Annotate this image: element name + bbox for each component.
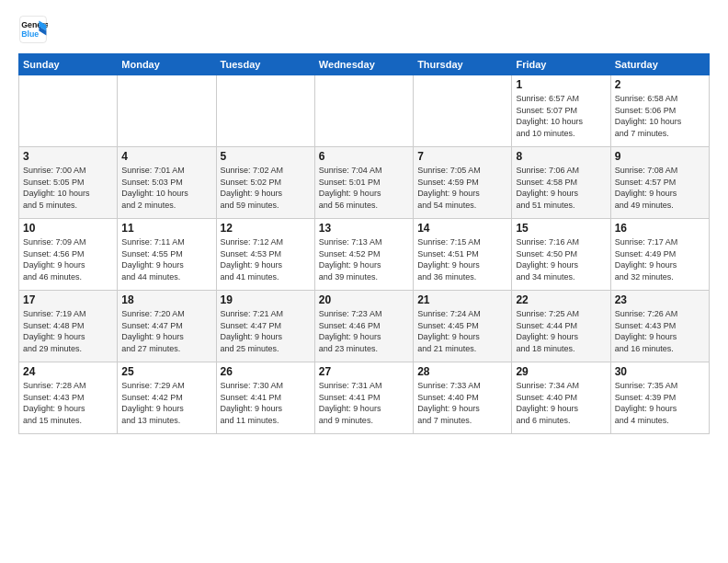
day-info: Sunrise: 7:21 AM Sunset: 4:47 PM Dayligh…: [221, 308, 311, 354]
day-info: Sunrise: 7:34 AM Sunset: 4:40 PM Dayligh…: [516, 380, 606, 426]
day-number: 29: [516, 365, 606, 378]
header: General Blue: [18, 15, 710, 44]
calendar-cell: 19Sunrise: 7:21 AM Sunset: 4:47 PM Dayli…: [216, 291, 314, 362]
day-info: Sunrise: 7:16 AM Sunset: 4:50 PM Dayligh…: [516, 236, 606, 282]
day-number: 1: [516, 78, 606, 91]
day-number: 26: [221, 365, 311, 378]
weekday-header: Monday: [118, 54, 216, 75]
weekday-header: Saturday: [610, 54, 709, 75]
day-info: Sunrise: 7:33 AM Sunset: 4:40 PM Dayligh…: [417, 380, 507, 426]
day-info: Sunrise: 7:08 AM Sunset: 4:57 PM Dayligh…: [615, 165, 705, 211]
calendar-cell: 11Sunrise: 7:11 AM Sunset: 4:55 PM Dayli…: [118, 219, 216, 291]
day-info: Sunrise: 7:13 AM Sunset: 4:52 PM Dayligh…: [319, 236, 409, 282]
day-number: 19: [221, 293, 311, 306]
page: General Blue SundayMondayTuesdayWednesda…: [0, 0, 728, 563]
day-info: Sunrise: 7:24 AM Sunset: 4:45 PM Dayligh…: [417, 308, 507, 354]
day-info: Sunrise: 6:57 AM Sunset: 5:07 PM Dayligh…: [516, 93, 606, 139]
day-info: Sunrise: 7:30 AM Sunset: 4:41 PM Dayligh…: [221, 380, 311, 426]
svg-text:Blue: Blue: [21, 29, 39, 39]
day-number: 4: [121, 150, 211, 163]
day-info: Sunrise: 7:28 AM Sunset: 4:43 PM Dayligh…: [23, 380, 113, 426]
calendar-cell: 6Sunrise: 7:04 AM Sunset: 5:01 PM Daylig…: [314, 147, 413, 219]
day-number: 11: [121, 222, 211, 235]
day-number: 25: [121, 365, 211, 378]
day-info: Sunrise: 7:02 AM Sunset: 5:02 PM Dayligh…: [221, 165, 311, 211]
day-number: 8: [516, 150, 606, 163]
calendar-week-row: 24Sunrise: 7:28 AM Sunset: 4:43 PM Dayli…: [19, 362, 710, 434]
calendar-cell: 4Sunrise: 7:01 AM Sunset: 5:03 PM Daylig…: [118, 147, 216, 219]
calendar-cell: 24Sunrise: 7:28 AM Sunset: 4:43 PM Dayli…: [19, 362, 118, 434]
day-info: Sunrise: 7:11 AM Sunset: 4:55 PM Dayligh…: [121, 236, 211, 282]
day-number: 5: [221, 150, 311, 163]
day-number: 30: [615, 365, 705, 378]
calendar-cell: 15Sunrise: 7:16 AM Sunset: 4:50 PM Dayli…: [512, 219, 610, 291]
calendar-cell: 8Sunrise: 7:06 AM Sunset: 4:58 PM Daylig…: [512, 147, 610, 219]
day-number: 17: [23, 293, 113, 306]
day-info: Sunrise: 7:19 AM Sunset: 4:48 PM Dayligh…: [23, 308, 113, 354]
day-info: Sunrise: 7:15 AM Sunset: 4:51 PM Dayligh…: [417, 236, 507, 282]
day-info: Sunrise: 7:20 AM Sunset: 4:47 PM Dayligh…: [121, 308, 211, 354]
calendar-cell: 9Sunrise: 7:08 AM Sunset: 4:57 PM Daylig…: [610, 147, 709, 219]
day-info: Sunrise: 7:04 AM Sunset: 5:01 PM Dayligh…: [319, 165, 409, 211]
day-info: Sunrise: 7:00 AM Sunset: 5:05 PM Dayligh…: [23, 165, 113, 211]
day-number: 18: [121, 293, 211, 306]
day-number: 10: [23, 222, 113, 235]
calendar-cell: 12Sunrise: 7:12 AM Sunset: 4:53 PM Dayli…: [216, 219, 314, 291]
calendar-cell: 30Sunrise: 7:35 AM Sunset: 4:39 PM Dayli…: [610, 362, 709, 434]
calendar-table: SundayMondayTuesdayWednesdayThursdayFrid…: [18, 53, 710, 434]
day-number: 3: [23, 150, 113, 163]
day-info: Sunrise: 7:35 AM Sunset: 4:39 PM Dayligh…: [615, 380, 705, 426]
calendar-cell: 25Sunrise: 7:29 AM Sunset: 4:42 PM Dayli…: [118, 362, 216, 434]
day-number: 13: [319, 222, 409, 235]
calendar-cell: [314, 75, 413, 147]
calendar-cell: 1Sunrise: 6:57 AM Sunset: 5:07 PM Daylig…: [512, 75, 610, 147]
day-info: Sunrise: 7:05 AM Sunset: 4:59 PM Dayligh…: [417, 165, 507, 211]
day-number: 28: [417, 365, 507, 378]
day-info: Sunrise: 7:06 AM Sunset: 4:58 PM Dayligh…: [516, 165, 606, 211]
day-number: 16: [615, 222, 705, 235]
calendar-cell: 16Sunrise: 7:17 AM Sunset: 4:49 PM Dayli…: [610, 219, 709, 291]
calendar-cell: 13Sunrise: 7:13 AM Sunset: 4:52 PM Dayli…: [314, 219, 413, 291]
day-info: Sunrise: 7:09 AM Sunset: 4:56 PM Dayligh…: [23, 236, 113, 282]
day-info: Sunrise: 7:25 AM Sunset: 4:44 PM Dayligh…: [516, 308, 606, 354]
day-info: Sunrise: 7:26 AM Sunset: 4:43 PM Dayligh…: [615, 308, 705, 354]
weekday-header: Thursday: [414, 54, 512, 75]
weekday-header: Sunday: [19, 54, 118, 75]
logo: General Blue: [18, 15, 51, 44]
day-info: Sunrise: 7:12 AM Sunset: 4:53 PM Dayligh…: [221, 236, 311, 282]
calendar-cell: 10Sunrise: 7:09 AM Sunset: 4:56 PM Dayli…: [19, 219, 118, 291]
day-info: Sunrise: 7:23 AM Sunset: 4:46 PM Dayligh…: [319, 308, 409, 354]
weekday-header: Friday: [512, 54, 610, 75]
calendar-cell: 3Sunrise: 7:00 AM Sunset: 5:05 PM Daylig…: [19, 147, 118, 219]
calendar-cell: 7Sunrise: 7:05 AM Sunset: 4:59 PM Daylig…: [414, 147, 512, 219]
calendar-header-row: SundayMondayTuesdayWednesdayThursdayFrid…: [19, 54, 710, 75]
day-number: 6: [319, 150, 409, 163]
weekday-header: Wednesday: [314, 54, 413, 75]
day-info: Sunrise: 7:31 AM Sunset: 4:41 PM Dayligh…: [319, 380, 409, 426]
day-number: 21: [417, 293, 507, 306]
day-number: 9: [615, 150, 705, 163]
day-number: 7: [417, 150, 507, 163]
calendar-cell: 27Sunrise: 7:31 AM Sunset: 4:41 PM Dayli…: [314, 362, 413, 434]
calendar-cell: 26Sunrise: 7:30 AM Sunset: 4:41 PM Dayli…: [216, 362, 314, 434]
calendar-cell: 28Sunrise: 7:33 AM Sunset: 4:40 PM Dayli…: [414, 362, 512, 434]
calendar-week-row: 17Sunrise: 7:19 AM Sunset: 4:48 PM Dayli…: [19, 291, 710, 362]
day-info: Sunrise: 6:58 AM Sunset: 5:06 PM Dayligh…: [615, 93, 705, 139]
day-number: 27: [319, 365, 409, 378]
calendar-cell: 17Sunrise: 7:19 AM Sunset: 4:48 PM Dayli…: [19, 291, 118, 362]
calendar-cell: 29Sunrise: 7:34 AM Sunset: 4:40 PM Dayli…: [512, 362, 610, 434]
day-info: Sunrise: 7:01 AM Sunset: 5:03 PM Dayligh…: [121, 165, 211, 211]
calendar-week-row: 10Sunrise: 7:09 AM Sunset: 4:56 PM Dayli…: [19, 219, 710, 291]
calendar-cell: 23Sunrise: 7:26 AM Sunset: 4:43 PM Dayli…: [610, 291, 709, 362]
calendar-cell: 18Sunrise: 7:20 AM Sunset: 4:47 PM Dayli…: [118, 291, 216, 362]
day-number: 22: [516, 293, 606, 306]
day-number: 20: [319, 293, 409, 306]
calendar-cell: 21Sunrise: 7:24 AM Sunset: 4:45 PM Dayli…: [414, 291, 512, 362]
calendar-cell: [19, 75, 118, 147]
calendar-cell: 14Sunrise: 7:15 AM Sunset: 4:51 PM Dayli…: [414, 219, 512, 291]
calendar-cell: [414, 75, 512, 147]
day-number: 2: [615, 78, 705, 91]
calendar-cell: 22Sunrise: 7:25 AM Sunset: 4:44 PM Dayli…: [512, 291, 610, 362]
day-info: Sunrise: 7:17 AM Sunset: 4:49 PM Dayligh…: [615, 236, 705, 282]
calendar-week-row: 3Sunrise: 7:00 AM Sunset: 5:05 PM Daylig…: [19, 147, 710, 219]
